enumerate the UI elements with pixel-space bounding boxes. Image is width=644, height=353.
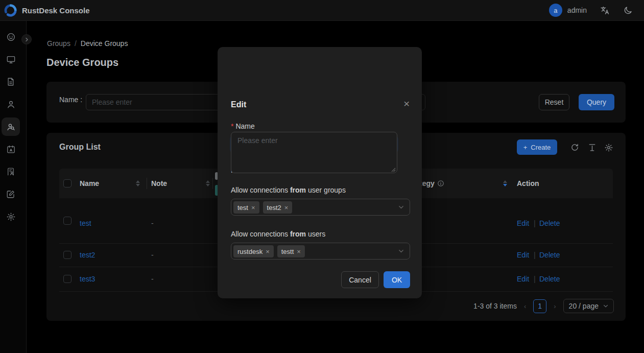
user-group-icon	[6, 122, 16, 132]
tag-testt: testt×	[277, 245, 305, 257]
cancel-button[interactable]: Cancel	[341, 271, 379, 288]
refresh-icon[interactable]	[570, 143, 579, 152]
note-cell: -	[151, 275, 154, 283]
group-list-title: Group List	[59, 143, 101, 152]
sidebar-item-device-groups[interactable]	[2, 117, 20, 136]
smiley-icon	[6, 32, 16, 42]
select-all-checkbox[interactable]	[63, 179, 71, 187]
tag-remove-icon[interactable]: ×	[297, 248, 301, 255]
delete-link[interactable]: Delete	[539, 275, 560, 283]
sidebar-item-dashboard[interactable]	[2, 28, 20, 46]
page-title: Device Groups	[46, 57, 118, 68]
required-mark: *	[231, 122, 233, 130]
users-field-label: Allow connections from users	[231, 230, 325, 238]
column-settings-icon[interactable]	[604, 143, 613, 152]
plus-icon: +	[523, 144, 528, 151]
sidebar-item-users[interactable]	[2, 95, 20, 113]
breadcrumb-device-groups: Device Groups	[81, 39, 128, 48]
chevron-right-icon	[25, 37, 29, 42]
tag-remove-icon[interactable]: ×	[251, 204, 255, 211]
prev-page-icon[interactable]: ‹	[524, 302, 526, 310]
selected-user-groups: test×test2×	[233, 201, 292, 214]
address-book-icon	[6, 145, 16, 154]
edit-link[interactable]: Edit	[517, 275, 529, 283]
tag-test: test×	[233, 201, 259, 214]
column-height-icon[interactable]	[588, 143, 597, 152]
avatar: a	[549, 4, 562, 17]
page-size-select[interactable]: 20 / page	[563, 299, 614, 313]
group-name-link[interactable]: test	[80, 219, 91, 227]
document-icon	[6, 77, 15, 86]
top-bar: RustDesk Console a admin	[0, 0, 644, 21]
sidebar-item-self-service[interactable]	[2, 185, 20, 203]
username: admin	[567, 6, 587, 14]
edit-link[interactable]: Edit	[517, 219, 529, 227]
close-icon[interactable]: ×	[403, 100, 410, 108]
sidebar-item-address-book[interactable]	[2, 140, 20, 158]
create-button[interactable]: + Create	[517, 139, 557, 155]
column-header-strategy-fragment[interactable]: tegy	[420, 179, 435, 187]
breadcrumb-groups[interactable]: Groups	[47, 39, 70, 48]
sort-icons-note[interactable]	[206, 180, 210, 186]
sort-icons-name[interactable]	[136, 180, 140, 186]
selected-users: rustdesk×testt×	[233, 245, 305, 257]
row-checkbox[interactable]	[63, 251, 71, 259]
tag-test2: test2×	[263, 201, 293, 214]
license-doc-icon	[6, 167, 15, 176]
group-name-link[interactable]: test3	[80, 275, 95, 283]
sidebar-item-settings[interactable]	[2, 207, 20, 226]
modal-title: Edit	[231, 100, 246, 109]
note-cell: -	[151, 219, 154, 227]
chevron-down-icon	[603, 303, 608, 309]
pagination: 1-3 of 3 items ‹ 1 › 20 / page	[473, 299, 614, 313]
breadcrumb: Groups / Device Groups	[47, 39, 128, 48]
user-groups-select[interactable]: test×test2×	[231, 199, 410, 216]
users-select[interactable]: rustdesk×testt×	[231, 243, 410, 260]
note-cell: -	[151, 251, 154, 259]
edit-square-icon	[6, 190, 15, 199]
modal-note-textarea[interactable]	[231, 132, 397, 173]
top-bar-right: a admin	[549, 0, 633, 20]
rustdesk-logo-icon	[4, 4, 17, 17]
row-checkbox[interactable]	[63, 275, 71, 283]
page-number-1[interactable]: 1	[533, 299, 546, 313]
sort-icons-strategy[interactable]	[503, 180, 507, 186]
tag-rustdesk: rustdesk×	[233, 245, 274, 257]
sidebar-item-audit[interactable]	[2, 73, 20, 91]
group-name-link[interactable]: test2	[80, 251, 95, 259]
sidebar	[0, 21, 27, 353]
name-field-label: *Name	[231, 122, 255, 130]
rustdesk-console-app: RustDesk Console a admin	[0, 0, 644, 353]
sidebar-item-custom-client[interactable]	[2, 162, 20, 181]
column-header-note[interactable]: Note	[151, 179, 167, 187]
user-menu[interactable]: a admin	[549, 4, 587, 17]
sidebar-collapse-button[interactable]	[21, 34, 32, 44]
settings-gear-icon	[6, 212, 16, 222]
monitor-icon	[6, 55, 16, 64]
delete-link[interactable]: Delete	[539, 251, 560, 259]
column-header-name[interactable]: Name	[80, 179, 99, 187]
reset-button[interactable]: Reset	[539, 94, 569, 110]
pagination-total: 1-3 of 3 items	[473, 302, 517, 310]
column-header-action: Action	[517, 179, 539, 187]
next-page-icon[interactable]: ›	[554, 302, 556, 310]
edit-link[interactable]: Edit	[517, 251, 529, 259]
edit-modal: Edit × *Name test × Note Allow connectio…	[218, 47, 422, 298]
row-checkbox[interactable]	[63, 217, 71, 225]
app-title: RustDesk Console	[22, 6, 90, 15]
filter-name-label: Name :	[59, 96, 82, 104]
user-groups-field-label: Allow connections from user groups	[231, 186, 346, 194]
chevron-down-icon	[398, 204, 404, 210]
sidebar-item-devices[interactable]	[2, 50, 20, 68]
query-button[interactable]: Query	[579, 94, 614, 110]
user-icon	[6, 100, 16, 109]
breadcrumb-separator: /	[75, 39, 77, 48]
chevron-down-icon	[398, 248, 404, 254]
tag-remove-icon[interactable]: ×	[266, 248, 270, 255]
tag-remove-icon[interactable]: ×	[284, 204, 289, 211]
delete-link[interactable]: Delete	[539, 219, 560, 227]
info-circle-icon[interactable]	[437, 180, 444, 187]
translate-icon[interactable]	[600, 6, 610, 15]
dark-mode-moon-icon[interactable]	[623, 6, 633, 15]
ok-button[interactable]: OK	[384, 271, 410, 288]
